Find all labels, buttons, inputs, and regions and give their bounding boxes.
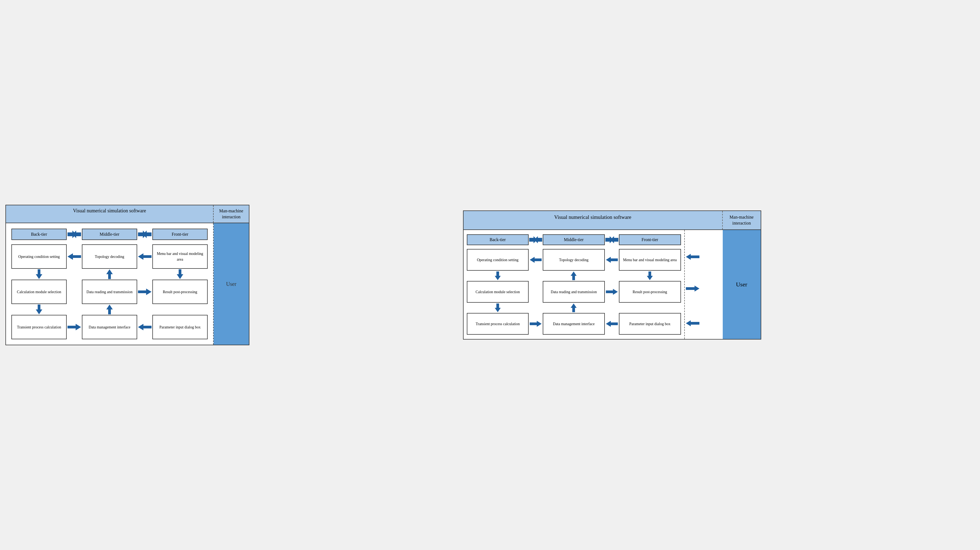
right-panel <box>685 230 723 339</box>
box-front-3: Parameter input dialog box <box>619 313 681 335</box>
vert-arrows-1 <box>11 269 208 280</box>
svg-marker-25 <box>571 303 577 312</box>
tier-arrow-1 <box>67 229 82 240</box>
svg-marker-19 <box>606 257 618 263</box>
arrow-f-to-m-1 <box>605 257 619 263</box>
middle-tier-header: Middle-tier <box>82 229 137 240</box>
svg-marker-9 <box>138 289 151 295</box>
vert-row-1 <box>467 271 681 281</box>
middle-v-arrow-up-2 <box>543 303 605 312</box>
content-row-3: Transient process calculation Data manag… <box>467 313 681 335</box>
box-back-2: Calculation module selection <box>467 281 529 303</box>
front-box-1-container: Menu bar and visual modeling area <box>152 244 208 269</box>
middle-tier-label: Middle-tier <box>543 234 605 245</box>
svg-marker-29 <box>686 285 699 292</box>
svg-marker-10 <box>36 304 42 314</box>
fd-title-row: Visual numerical simulation software Man… <box>464 211 761 230</box>
svg-marker-15 <box>534 236 542 243</box>
front-tier-label: Front-tier <box>619 234 681 245</box>
front-tier-header: Front-tier <box>152 229 208 240</box>
svg-marker-12 <box>67 324 81 330</box>
title-bar: Visual numerical simulation software Man… <box>6 205 249 223</box>
fd-title-side: Man-machineinteraction <box>723 211 761 230</box>
main-title: Visual numerical simulation software <box>6 205 214 223</box>
front-box-1: Menu bar and visual modeling area <box>152 244 208 269</box>
arrow-back-to-middle-3 <box>67 324 82 330</box>
user-panel: User <box>723 230 761 339</box>
box-front-1: Menu bar and visual modeling area <box>619 249 681 271</box>
middle-up-arrow-1 <box>82 269 137 279</box>
arrow-f-to-m-3 <box>605 321 619 327</box>
front-box-3: Parameter input dialog box <box>152 315 208 339</box>
svg-marker-5 <box>138 253 151 260</box>
back-tier-label: Back-tier <box>467 234 529 245</box>
outer-arrows-area <box>685 230 723 339</box>
middle-up-arrow-2 <box>82 304 137 314</box>
front-down-arrow-1 <box>152 269 208 279</box>
vert-arrows-2 <box>11 304 208 315</box>
tier-arrow-2 <box>137 229 152 240</box>
svg-marker-22 <box>647 271 653 280</box>
arrow-middle-to-front-2 <box>137 289 152 295</box>
fd-title-main: Visual numerical simulation software <box>464 211 723 230</box>
content-row-1: Operating condition setting Topology dec… <box>467 249 681 271</box>
back-down-arrow-2 <box>11 304 67 314</box>
box-back-3: Transient process calculation <box>467 313 529 335</box>
fd-main-area: Back-tier Middle-tier Front-tier <box>464 230 685 339</box>
row-1: Operating condition setting Topology dec… <box>11 244 208 269</box>
user-to-front-1 <box>685 254 723 260</box>
front-v-arrow-1 <box>619 271 681 280</box>
tier-double-arrow-1 <box>529 236 543 243</box>
middle-box-3-container: Data management interface <box>82 315 137 339</box>
vert-row-2 <box>467 303 681 313</box>
box-middle-3: Data management interface <box>543 313 605 335</box>
user-label: User <box>226 281 236 287</box>
back-down-arrow-1 <box>11 269 67 279</box>
box-back-1: Operating condition setting <box>467 249 529 271</box>
svg-marker-4 <box>67 253 81 260</box>
arrow-front-to-middle-1 <box>137 253 152 260</box>
diagram-wrapper: Visual numerical simulation software Man… <box>5 205 250 346</box>
front-box-2: Result post-processing <box>152 280 208 304</box>
box-middle-1: Topology decoding <box>543 249 605 271</box>
middle-v-arrow-up-1 <box>543 271 605 280</box>
back-tier-header: Back-tier <box>11 229 67 240</box>
content-area: Back-tier Middle-tier Front-tier <box>6 223 249 345</box>
svg-marker-23 <box>606 289 618 295</box>
back-v-arrow-1 <box>467 271 529 280</box>
svg-marker-24 <box>495 303 501 312</box>
front-to-user-2 <box>685 285 723 292</box>
svg-marker-26 <box>530 321 542 327</box>
tier-double-arrow-2 <box>605 236 619 243</box>
back-box-1: Operating condition setting <box>11 244 67 269</box>
content-row-2: Calculation module selection Data readin… <box>467 281 681 303</box>
middle-box-2: Data reading and transmission <box>82 280 137 304</box>
back-box-2-container: Calculation module selection <box>11 280 67 304</box>
fd-body: Back-tier Middle-tier Front-tier <box>464 230 761 339</box>
svg-marker-3 <box>143 231 151 238</box>
user-panel: User <box>214 223 249 345</box>
svg-marker-18 <box>530 257 542 263</box>
back-box-3: Transient process calculation <box>11 315 67 339</box>
back-box-2: Calculation module selection <box>11 280 67 304</box>
front-box-2-container: Result post-processing <box>152 280 208 304</box>
user-to-front-3 <box>685 320 723 326</box>
full-diagram: Visual numerical simulation software Man… <box>463 210 761 340</box>
front-box-3-container: Parameter input dialog box <box>152 315 208 339</box>
back-v-arrow-2 <box>467 303 529 312</box>
back-box-3-container: Transient process calculation <box>11 315 67 339</box>
svg-marker-7 <box>106 269 113 279</box>
svg-marker-1 <box>72 231 81 238</box>
svg-marker-21 <box>571 271 577 280</box>
svg-marker-17 <box>610 236 618 243</box>
user-text: User <box>736 281 748 288</box>
svg-marker-30 <box>686 320 699 326</box>
svg-marker-27 <box>606 321 618 327</box>
arrow-b-to-m-3 <box>529 321 543 327</box>
middle-box-1-container: Topology decoding <box>82 244 137 269</box>
svg-marker-20 <box>495 271 501 280</box>
row-2: Calculation module selection Data readin… <box>11 280 208 304</box>
middle-box-2-container: Data reading and transmission <box>82 280 137 304</box>
arrow-m-to-f-2 <box>605 289 619 295</box>
side-title: Man-machine interaction <box>214 205 249 223</box>
